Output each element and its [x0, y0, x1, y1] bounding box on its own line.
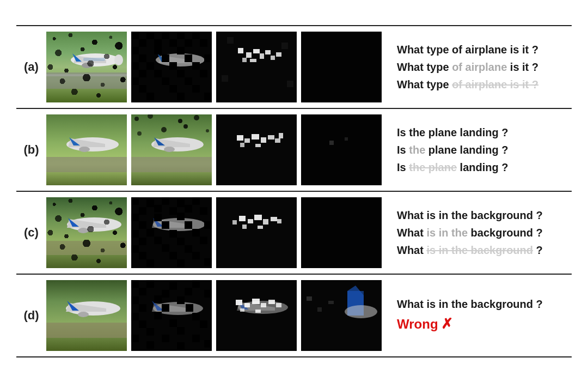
- svg-rect-136: [146, 259, 154, 267]
- svg-rect-22: [200, 39, 207, 47]
- svg-rect-16: [177, 32, 185, 39]
- svg-point-81: [206, 129, 209, 132]
- svg-rect-198: [240, 308, 244, 312]
- svg-rect-165: [162, 290, 169, 298]
- svg-rect-167: [204, 290, 212, 298]
- svg-rect-148: [232, 220, 237, 225]
- svg-rect-60: [287, 81, 293, 87]
- row-c-label: (c): [16, 226, 46, 240]
- row-b-text: Is the plane landing ? Is the plane land…: [382, 125, 572, 175]
- row-d: (d): [16, 275, 572, 357]
- row-d-img-1: [46, 280, 127, 351]
- row-a-img-1-noise: [46, 32, 127, 102]
- svg-rect-125: [192, 229, 200, 237]
- svg-rect-163: [192, 280, 200, 288]
- svg-point-76: [178, 119, 182, 123]
- svg-rect-107: [162, 197, 169, 205]
- svg-rect-170: [177, 296, 185, 304]
- svg-rect-51: [260, 53, 264, 59]
- row-b-images: [46, 114, 382, 185]
- svg-rect-93: [329, 141, 334, 145]
- row-c-img-3: [216, 197, 297, 268]
- row-b-img-2: [131, 114, 212, 185]
- row-c-img-2: [131, 197, 212, 268]
- svg-rect-56: [276, 52, 281, 57]
- svg-rect-26: [139, 54, 146, 62]
- svg-point-79: [161, 127, 167, 132]
- svg-rect-121: [204, 221, 212, 229]
- row-a-img-4: [301, 32, 382, 102]
- svg-rect-126: [139, 238, 146, 245]
- svg-rect-160: [131, 280, 139, 288]
- svg-rect-27: [162, 54, 169, 62]
- svg-rect-171: [139, 304, 146, 312]
- main-container: (a): [16, 25, 572, 357]
- svg-rect-92: [301, 114, 382, 185]
- svg-rect-175: [154, 312, 162, 319]
- svg-rect-116: [154, 214, 162, 221]
- svg-rect-206: [328, 301, 334, 304]
- svg-rect-127: [154, 237, 162, 244]
- row-a-img-2: [131, 32, 212, 102]
- svg-point-74: [134, 117, 139, 121]
- row-c-img-1: [46, 197, 127, 268]
- row-a-line-1: What type of airplane is it ?: [397, 42, 572, 57]
- svg-rect-37: [200, 70, 207, 77]
- svg-rect-119: [162, 221, 169, 229]
- svg-rect-183: [162, 335, 169, 342]
- svg-rect-184: [192, 335, 200, 342]
- svg-rect-115: [131, 214, 139, 221]
- row-c-line-2: What is in the background ?: [397, 225, 572, 240]
- svg-rect-113: [185, 205, 192, 213]
- svg-rect-187: [204, 340, 212, 348]
- svg-rect-118: [139, 221, 146, 229]
- svg-rect-15: [162, 32, 169, 39]
- svg-rect-84: [244, 138, 250, 143]
- svg-rect-39: [162, 77, 169, 85]
- svg-rect-19: [154, 39, 162, 47]
- svg-rect-205: [317, 307, 322, 312]
- svg-rect-161: [146, 280, 154, 288]
- svg-rect-49: [246, 52, 252, 58]
- svg-rect-53: [242, 58, 247, 62]
- row-b-img-3: [216, 114, 297, 185]
- svg-rect-166: [185, 288, 192, 295]
- svg-rect-181: [177, 327, 185, 335]
- svg-rect-86: [261, 137, 266, 143]
- svg-rect-106: [146, 199, 154, 207]
- svg-rect-151: [46, 323, 127, 338]
- svg-rect-146: [258, 226, 263, 229]
- svg-rect-44: [146, 93, 154, 100]
- svg-rect-172: [162, 304, 169, 312]
- svg-rect-192: [236, 300, 242, 305]
- svg-rect-85: [252, 134, 259, 140]
- svg-rect-111: [154, 205, 162, 213]
- svg-rect-193: [244, 303, 250, 307]
- svg-rect-54: [250, 59, 256, 62]
- svg-rect-164: [139, 288, 146, 295]
- row-d-line-1: What is in the background ?: [397, 296, 572, 312]
- svg-rect-135: [192, 252, 200, 259]
- row-a-images: [46, 32, 382, 102]
- svg-rect-55: [271, 56, 275, 60]
- svg-rect-204: [307, 296, 312, 301]
- svg-rect-137: [177, 259, 185, 267]
- row-b-label: (b): [16, 143, 46, 157]
- svg-rect-63: [46, 157, 127, 172]
- row-d-text: What is in the background ? Wrong ✗: [382, 296, 572, 334]
- svg-rect-23: [131, 47, 139, 54]
- svg-rect-144: [271, 217, 277, 221]
- svg-rect-45: [177, 93, 185, 100]
- row-c: (c): [16, 192, 572, 275]
- svg-rect-132: [185, 245, 192, 253]
- svg-rect-120: [185, 221, 192, 229]
- svg-rect-145: [242, 225, 247, 229]
- svg-rect-94: [345, 137, 348, 141]
- svg-rect-178: [169, 319, 177, 327]
- svg-rect-162: [169, 282, 177, 290]
- svg-rect-38: [131, 77, 139, 85]
- svg-rect-82: [216, 114, 297, 185]
- svg-rect-114: [200, 207, 207, 215]
- svg-rect-142: [254, 215, 262, 220]
- svg-rect-88: [275, 138, 280, 143]
